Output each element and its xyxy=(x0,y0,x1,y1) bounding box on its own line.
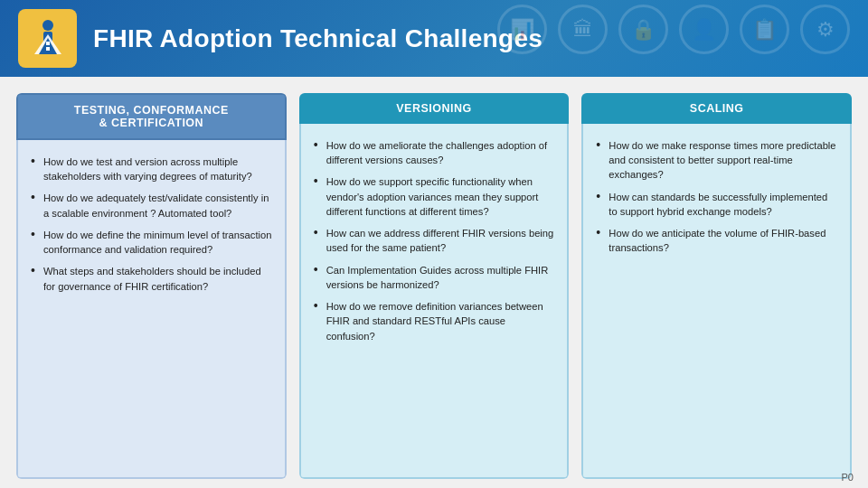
document-icon: 📋 xyxy=(740,5,789,54)
list-item: How do we ameliorate the challenges adop… xyxy=(314,135,555,171)
page-number: P0 xyxy=(842,472,854,483)
testing-column: TESTING, CONFORMANCE& CERTIFICATION How … xyxy=(16,93,287,479)
list-item: What steps and stakeholders should be in… xyxy=(31,260,272,296)
list-item: How do we remove definition variances be… xyxy=(314,296,555,347)
svg-rect-6 xyxy=(46,47,50,51)
list-item: How do we adequately test/validate consi… xyxy=(31,187,272,223)
building-icon: 🏛 xyxy=(558,5,608,54)
header-logo xyxy=(18,9,77,68)
lock-icon: 🔒 xyxy=(618,5,668,54)
versioning-list: How do we ameliorate the challenges adop… xyxy=(314,135,555,347)
scaling-list: How do we make response times more predi… xyxy=(596,135,837,259)
versioning-header: VERSIONING xyxy=(299,93,570,124)
scaling-header: SCALING xyxy=(581,93,852,124)
svg-rect-5 xyxy=(46,42,50,45)
page-title: FHIR Adoption Technical Challenges xyxy=(93,24,542,53)
list-item: Can Implementation Guides across multipl… xyxy=(314,259,555,296)
header: FHIR Adoption Technical Challenges 📊 🏛 🔒… xyxy=(0,0,868,77)
svg-point-1 xyxy=(42,20,53,31)
testing-list: How do we test and version across multip… xyxy=(31,151,272,297)
settings-icon: ⚙ xyxy=(800,5,850,54)
main-content: TESTING, CONFORMANCE& CERTIFICATION How … xyxy=(0,77,868,488)
list-item: How do we anticipate the volume of FHIR-… xyxy=(596,222,837,258)
chart-icon: 📊 xyxy=(497,5,547,54)
scaling-column: SCALING How do we make response times mo… xyxy=(581,93,852,479)
list-item: How can standards be successfully implem… xyxy=(596,186,837,222)
header-decorative-icons: 📊 🏛 🔒 👤 📋 ⚙ xyxy=(497,5,850,54)
versioning-column: VERSIONING How do we ameliorate the chal… xyxy=(299,93,570,479)
person-icon: 👤 xyxy=(679,5,729,54)
list-item: How do we make response times more predi… xyxy=(596,135,837,186)
list-item: How do we test and version across multip… xyxy=(31,151,272,187)
versioning-body: How do we ameliorate the challenges adop… xyxy=(299,124,570,479)
list-item: How do we define the minimum level of tr… xyxy=(31,224,272,260)
scaling-body: How do we make response times more predi… xyxy=(581,124,852,479)
testing-header: TESTING, CONFORMANCE& CERTIFICATION xyxy=(16,93,287,140)
list-item: How can we address different FHIR versio… xyxy=(314,222,555,258)
testing-body: How do we test and version across multip… xyxy=(16,140,287,479)
list-item: How do we support specific functionality… xyxy=(314,171,555,222)
